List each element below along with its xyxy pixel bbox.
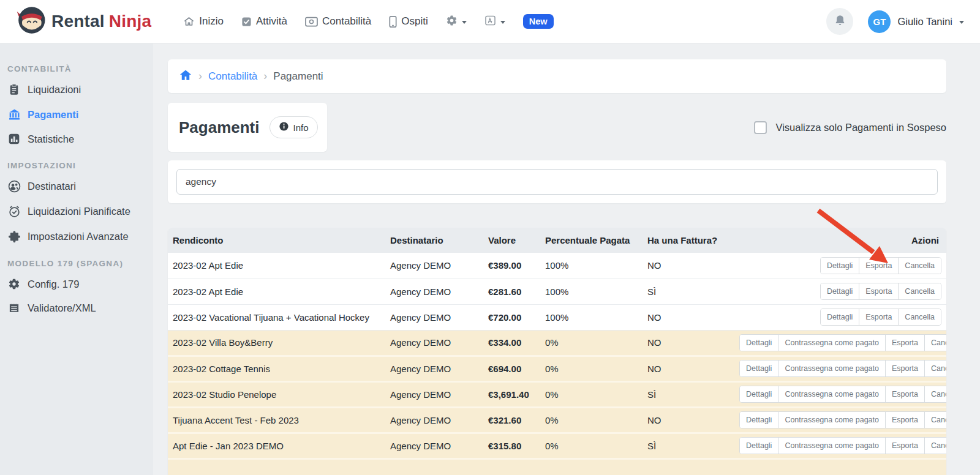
breadcrumb-link-contabilita[interactable]: Contabilità [208,70,257,83]
home-icon [183,16,195,27]
sidebar-item-validatore-xml[interactable]: Validatore/XML [6,296,147,320]
cell-valore: €281.60 [483,279,540,304]
pending-only-label: Visualizza solo Pagamenti in Sospeso [775,122,946,133]
details-button[interactable]: Dettagli [740,361,778,376]
nav-item-label: Contabilità [322,15,371,28]
cell-rendiconto: 2023-02 Villa Boy&Berry [168,330,385,356]
cell-destinatario: Agency DEMO [385,356,483,381]
sidebar-section-title: CONTABILITÀ [7,64,147,73]
sidebar-item-destinatari[interactable]: Destinatari [6,174,147,199]
sidebar-item-impostazioni-avanzate[interactable]: Impostazioni Avanzate [6,224,147,249]
nav-item-label: Inizio [199,15,224,28]
row-actions-group: DettagliContrassegna come pagatoEsportaC… [739,411,946,428]
sidebar-item-label: Destinatari [28,181,76,192]
cell-ha-fattura: SÌ [643,279,734,304]
notifications-button[interactable] [826,8,853,35]
export-button[interactable]: Esporta [885,335,924,351]
details-button[interactable]: Dettagli [821,283,859,299]
delete-button[interactable]: Cancella [898,309,941,325]
mark-paid-button[interactable]: Contrassegna come pagato [778,361,885,376]
sidebar-item-liquidazioni[interactable]: Liquidazioni [6,77,147,102]
search-input[interactable] [176,169,938,195]
sidebar-item-statistiche[interactable]: Statistiche [6,127,147,151]
breadcrumb-separator: › [263,70,267,83]
delete-button[interactable]: Cancella [924,335,946,351]
cell-percentuale-pagata: 100% [540,304,643,330]
brand-wordmark: RentalNinja [51,12,151,31]
cell-percentuale-pagata: 0% [540,330,643,356]
mark-paid-button[interactable]: Contrassegna come pagato [778,335,885,351]
gear-icon [446,15,458,29]
cell-destinatario: Agency DEMO [385,407,483,433]
export-button[interactable]: Esporta [859,283,898,299]
mark-paid-button[interactable]: Contrassegna come pagato [778,438,885,454]
col-valore: Valore [483,228,540,253]
pending-only-checkbox[interactable] [754,121,767,134]
nav-item-label: Attività [256,15,287,28]
sidebar-item-liquidazioni-pianificate[interactable]: Liquidazioni Pianificate [6,199,147,224]
export-button[interactable]: Esporta [885,412,924,428]
settings-dropdown[interactable] [446,15,467,29]
bar-chart-icon [7,133,21,145]
sidebar-section-title: IMPOSTAZIONI [7,161,147,170]
language-dropdown[interactable] [484,15,505,29]
cell-valore: €389.00 [483,253,540,279]
nav-item-contabilita[interactable]: Contabilità [305,15,371,28]
info-button[interactable]: Info [270,116,318,138]
cell-destinatario: Agency DEMO [385,330,483,356]
table-row: 2023-02 Studio PenelopeAgency DEMO€3,691… [168,381,946,407]
cell-azioni: DettagliContrassegna come pagatoEsportaC… [734,356,946,381]
cell-azioni: DettagliContrassegna come pagatoEsportaC… [734,330,946,356]
table-row-partial [168,458,946,475]
mark-paid-button[interactable]: Contrassegna come pagato [778,412,885,428]
export-button[interactable]: Esporta [859,258,898,274]
cell-ha-fattura: SÌ [643,433,734,458]
table-header: Rendiconto Destinatario Valore Percentua… [168,228,946,253]
nav-item-ospiti[interactable]: Ospiti [389,15,428,28]
export-button[interactable]: Esporta [885,386,924,402]
mark-paid-button[interactable]: Contrassegna come pagato [778,386,885,402]
bell-icon [834,14,846,29]
cell-valore: €315.80 [483,433,540,458]
delete-button[interactable]: Cancella [898,283,941,299]
ninja-logo-icon [16,5,47,38]
table-row: 2023-02 Apt EdieAgency DEMO€281.60100%SÌ… [168,279,946,304]
user-menu[interactable]: GT Giulio Tanini [868,10,964,33]
export-button[interactable]: Esporta [885,438,924,454]
home-icon[interactable] [179,69,192,84]
details-button[interactable]: Dettagli [821,258,859,274]
cell-rendiconto: Apt Edie - Jan 2023 DEMO [168,433,385,458]
cell-destinatario: Agency DEMO [385,304,483,330]
cell-percentuale-pagata: 0% [540,381,643,407]
delete-button[interactable]: Cancella [924,361,946,376]
details-button[interactable]: Dettagli [740,412,778,428]
bank-icon [7,108,21,121]
details-button[interactable]: Dettagli [740,335,778,351]
table-row: Apt Edie - Jan 2023 DEMOAgency DEMO€315.… [168,433,946,458]
payments-table: Rendiconto Destinatario Valore Percentua… [168,228,946,475]
export-button[interactable]: Esporta [859,309,898,325]
details-button[interactable]: Dettagli [821,309,859,325]
cell-ha-fattura: NO [643,407,734,433]
table-row: 2023-02 Cottage TennisAgency DEMO€694.00… [168,356,946,381]
col-percentuale-pagata: Percentuale Pagata [540,228,643,253]
export-button[interactable]: Esporta [885,361,924,376]
delete-button[interactable]: Cancella [924,386,946,402]
nav-item-inizio[interactable]: Inizio [183,15,224,28]
breadcrumb: › Contabilità › Pagamenti [168,59,946,93]
top-navbar: RentalNinja InizioAttivitàContabilitàOsp… [0,0,980,43]
doc-lines-icon [7,302,21,314]
cell-valore: €321.60 [483,407,540,433]
users-icon [7,180,21,193]
nav-item-attivita[interactable]: Attività [241,15,287,28]
delete-button[interactable]: Cancella [898,258,941,274]
sidebar-item-pagamenti[interactable]: Pagamenti [6,102,147,127]
sidebar-item-config-179[interactable]: Config. 179 [6,272,147,296]
delete-button[interactable]: Cancella [924,412,946,428]
details-button[interactable]: Dettagli [740,438,778,454]
search-card [168,160,946,203]
details-button[interactable]: Dettagli [740,386,778,402]
new-badge[interactable]: New [523,14,554,29]
delete-button[interactable]: Cancella [924,438,946,454]
brand-logo[interactable]: RentalNinja [16,5,151,38]
